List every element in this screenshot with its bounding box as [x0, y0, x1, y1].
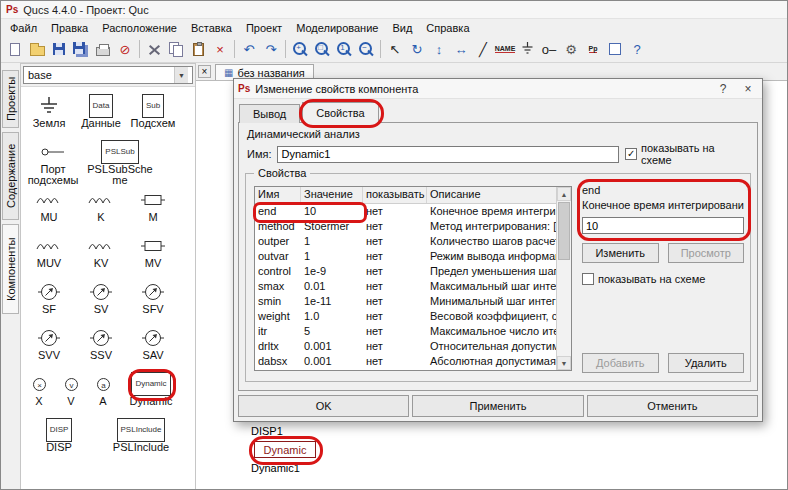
copy-icon[interactable]: [165, 38, 187, 60]
menu-item[interactable]: Моделирование: [289, 21, 385, 35]
side-tab-Компоненты[interactable]: Компоненты: [2, 224, 19, 314]
dialog-help-button[interactable]: ?: [713, 82, 733, 96]
palette-item-SFV[interactable]: SFV: [127, 278, 179, 324]
open-file-icon[interactable]: [26, 38, 48, 60]
checkbox-checked-icon[interactable]: ✓: [625, 148, 637, 160]
delete-icon[interactable]: ×: [209, 38, 231, 60]
redo-icon[interactable]: ↷: [260, 38, 282, 60]
side-tab-Проекты[interactable]: Проекты: [2, 70, 19, 128]
table-row[interactable]: drltu0.001нетОтносительная допустимая ло…: [255, 369, 556, 370]
save-icon[interactable]: [48, 38, 70, 60]
dropdown-arrow-icon[interactable]: ▼: [174, 67, 188, 83]
menu-item[interactable]: Файл: [3, 21, 44, 35]
show-on-schematic-editor[interactable]: показывать на схеме: [582, 273, 744, 285]
power-port-icon[interactable]: Pp: [582, 38, 604, 60]
palette-item-SV[interactable]: SV: [75, 278, 127, 324]
zoom-actual-icon[interactable]: 1: [333, 38, 355, 60]
palette-item-KV[interactable]: KV: [75, 232, 127, 278]
palette-item-V[interactable]: vV: [55, 370, 87, 416]
checkbox-unchecked-icon[interactable]: [582, 273, 594, 285]
ok-button[interactable]: OK: [238, 395, 409, 417]
add-button[interactable]: Добавить: [582, 353, 659, 373]
palette-item-SAV[interactable]: SAV: [127, 324, 179, 370]
palette-item-Земля[interactable]: Земля: [23, 92, 75, 138]
table-row[interactable]: weight1.0нетВесовой коэффициент, совмест: [255, 309, 556, 324]
rotate-icon[interactable]: ↻: [406, 38, 428, 60]
undo-icon[interactable]: ↶: [238, 38, 260, 60]
save-all-icon[interactable]: [70, 38, 92, 60]
close-document-icon[interactable]: ⊘: [114, 38, 136, 60]
menu-item[interactable]: Вид: [385, 21, 419, 35]
menu-item[interactable]: Справка: [419, 21, 476, 35]
data-display-icon[interactable]: [604, 38, 626, 60]
component-name-input[interactable]: [277, 146, 619, 163]
menu-item[interactable]: Расположение: [95, 21, 184, 35]
palette-item-A[interactable]: aA: [87, 370, 119, 416]
schematic-dynamic-box[interactable]: Dynamic: [254, 441, 316, 458]
palette-item-PSLSubScheme[interactable]: PSLSubPSLSubScheme: [83, 138, 157, 186]
cancel-button[interactable]: Отменить: [587, 395, 758, 417]
palette-item-Порт подсхемы[interactable]: Порт подсхемы: [23, 138, 83, 186]
show-on-schematic-top[interactable]: ✓ показывать на схеме: [625, 142, 747, 166]
palette-item-M[interactable]: M: [127, 186, 179, 232]
table-row[interactable]: control1e-9нетПредел уменьшения шага по …: [255, 264, 556, 279]
palette-item-SF[interactable]: SF: [23, 278, 75, 324]
dialog-close-button[interactable]: ×: [738, 82, 758, 96]
palette-item-SVV[interactable]: SVV: [23, 324, 75, 370]
zoom-window-icon[interactable]: □: [311, 38, 333, 60]
palette-item-MU[interactable]: MU: [23, 186, 75, 232]
dialog-tab-properties[interactable]: Свойства: [302, 102, 378, 123]
menu-item[interactable]: Вставка: [184, 21, 239, 35]
mirror-x-icon[interactable]: ↕: [428, 38, 450, 60]
palette-item-MV[interactable]: MV: [127, 232, 179, 278]
table-row[interactable]: smax0.01нетМаксимальный шаг интегрирова: [255, 279, 556, 294]
cut-icon[interactable]: [143, 38, 165, 60]
component-family-select[interactable]: base ▼: [23, 66, 193, 84]
palette-item-SSV[interactable]: SSV: [75, 324, 127, 370]
dialog-tab-output[interactable]: Вывод: [239, 104, 300, 123]
scrollbar-thumb[interactable]: [558, 202, 570, 260]
insert-wire-icon[interactable]: ╱: [472, 38, 494, 60]
dock-close-button[interactable]: ×: [198, 65, 211, 78]
select-icon[interactable]: ↖: [384, 38, 406, 60]
palette-item-X[interactable]: ×X: [23, 370, 55, 416]
print-icon[interactable]: [92, 38, 114, 60]
browse-button[interactable]: Просмотр: [668, 243, 745, 263]
table-row[interactable]: drltx0.001нетОтносительная допустимая по…: [255, 339, 556, 354]
side-tab-Содержание[interactable]: Содержание: [2, 132, 19, 220]
palette-item-PSLInclude[interactable]: PSLIncludePSLInclude: [95, 416, 187, 462]
table-row[interactable]: outper1нетКоличество шагов расчета на од: [255, 234, 556, 249]
insert-port-icon[interactable]: o–: [538, 38, 560, 60]
palette-item-Подсхем[interactable]: SubПодсхем: [127, 92, 179, 138]
table-row[interactable]: methodStoermerнетМетод интегрирования: […: [255, 219, 556, 234]
whats-this-icon[interactable]: ?: [626, 38, 648, 60]
scroll-down-icon[interactable]: ▼: [557, 356, 571, 370]
mirror-y-icon[interactable]: ↔: [450, 38, 472, 60]
edit-button[interactable]: Изменить: [582, 243, 659, 263]
menu-item[interactable]: Проект: [239, 21, 289, 35]
remove-button[interactable]: Удалить: [668, 353, 745, 373]
wire-label-icon[interactable]: NAME: [494, 38, 516, 60]
palette-item-DISP[interactable]: DISPDISP: [23, 416, 95, 462]
zoom-in-icon[interactable]: +: [289, 38, 311, 60]
apply-button[interactable]: Применить: [412, 395, 583, 417]
simulate-icon[interactable]: ⚙: [560, 38, 582, 60]
palette-item-MUV[interactable]: MUV: [23, 232, 75, 278]
table-row[interactable]: dabsx0.001нетАбсолютная допустимая локал…: [255, 354, 556, 369]
scroll-up-icon[interactable]: ▲: [557, 187, 571, 201]
new-document-icon[interactable]: [4, 38, 26, 60]
palette-item-K[interactable]: K: [75, 186, 127, 232]
prop-value-input[interactable]: [582, 217, 744, 234]
palette-item-Dynamic[interactable]: DynamicDynamic: [119, 370, 183, 416]
table-scrollbar[interactable]: ▲ ▼: [556, 187, 571, 370]
paste-icon[interactable]: [187, 38, 209, 60]
zoom-out-icon[interactable]: −: [355, 38, 377, 60]
table-row[interactable]: outvar1нетРежим вывода информации в D: [255, 249, 556, 264]
menu-item[interactable]: Правка: [44, 21, 95, 35]
table-row[interactable]: smin1e-11нетМинимальный шаг интегрирова: [255, 294, 556, 309]
palette-item-Данные[interactable]: DataДанные: [75, 92, 127, 138]
table-row[interactable]: end10нетКонечное время интегрирования: [255, 204, 556, 219]
table-cell: Количество шагов расчета на од: [427, 234, 556, 249]
insert-ground-icon[interactable]: [516, 38, 538, 60]
table-row[interactable]: itr5нетМаксимальное число итераций н: [255, 324, 556, 339]
